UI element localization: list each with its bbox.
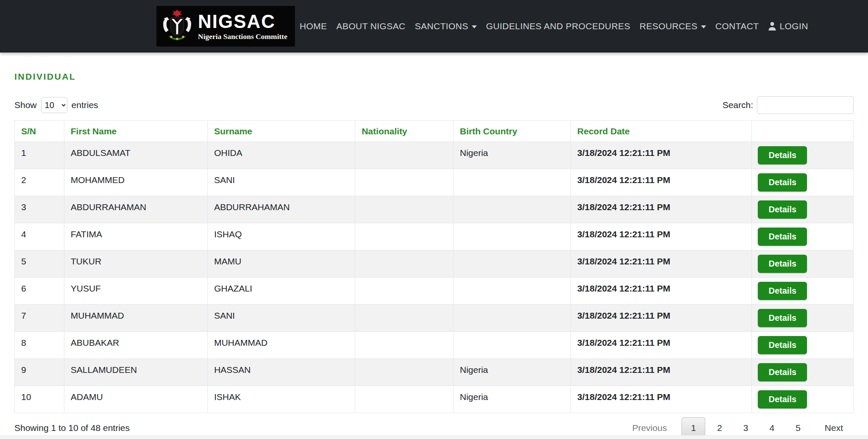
details-button[interactable]: Details	[758, 336, 807, 354]
table-row: 8ABUBAKARMUHAMMAD3/18/2024 12:21:11 PMDe…	[15, 332, 854, 359]
table-row: 2MOHAMMEDSANI3/18/2024 12:21:11 PMDetail…	[15, 169, 854, 196]
coat-of-arms-icon	[161, 9, 194, 44]
cell-actions: Details	[752, 332, 854, 359]
cell-nationality	[355, 142, 453, 169]
details-button[interactable]: Details	[758, 309, 807, 327]
cell-actions: Details	[752, 223, 854, 250]
brand-tagline: Nigeria Sanctions Committe	[198, 33, 287, 41]
brand-logo[interactable]: NIGSAC Nigeria Sanctions Committe	[156, 6, 295, 47]
cell-record-date: 3/18/2024 12:21:11 PM	[571, 223, 752, 250]
search-input[interactable]	[757, 96, 854, 114]
cell-birth-country	[453, 196, 570, 223]
cell-first-name: FATIMA	[64, 223, 207, 250]
cell-sn: 2	[15, 169, 64, 196]
details-button[interactable]: Details	[758, 282, 807, 300]
cell-sn: 3	[15, 196, 64, 223]
cell-surname: ISHAQ	[208, 223, 355, 250]
main-content: INDIVIDUAL Show 10 entries Search: S/NFi…	[0, 72, 868, 439]
table-row: 9SALLAMUDEENHASSANNigeria3/18/2024 12:21…	[15, 359, 854, 386]
cell-sn: 5	[15, 250, 64, 278]
showing-entries-text: Showing 1 to 10 of 48 entries	[14, 423, 130, 433]
chevron-down-icon	[472, 25, 477, 28]
table-row: 5TUKURMAMU3/18/2024 12:21:11 PMDetails	[15, 250, 854, 278]
column-header-birth-country[interactable]: Birth Country	[453, 121, 570, 142]
nav-link-resources[interactable]: RESOURCES	[635, 17, 711, 36]
cell-first-name: ABDULSAMAT	[64, 142, 207, 169]
cell-actions: Details	[752, 196, 854, 223]
cell-surname: ABDURRAHAMAN	[208, 196, 355, 223]
cell-nationality	[355, 223, 453, 250]
cell-birth-country	[453, 278, 570, 305]
column-header-s-n[interactable]: S/N	[15, 121, 64, 142]
individuals-table: S/NFirst NameSurnameNationalityBirth Cou…	[14, 120, 854, 413]
cell-birth-country	[453, 332, 570, 359]
table-body: 1ABDULSAMATOHIDANigeria3/18/2024 12:21:1…	[15, 142, 854, 413]
cell-surname: SANI	[208, 169, 355, 196]
nav-item-login: LOGIN	[763, 17, 812, 36]
table-row: 6YUSUFGHAZALI3/18/2024 12:21:11 PMDetail…	[15, 278, 854, 305]
column-header-actions[interactable]	[752, 121, 854, 142]
cell-record-date: 3/18/2024 12:21:11 PM	[571, 305, 752, 332]
cell-first-name: MUHAMMAD	[64, 305, 207, 332]
cell-actions: Details	[752, 359, 854, 386]
table-row: 3ABDURRAHAMANABDURRAHAMAN3/18/2024 12:21…	[15, 196, 854, 223]
cell-birth-country	[453, 305, 570, 332]
cell-actions: Details	[752, 169, 854, 196]
brand-name: NIGSAC	[198, 12, 287, 31]
cell-birth-country: Nigeria	[453, 359, 570, 386]
column-header-surname[interactable]: Surname	[208, 121, 355, 142]
page-size-select[interactable]: 10	[41, 97, 67, 113]
nav-link-sanctions[interactable]: SANCTIONS	[410, 17, 481, 36]
cell-birth-country	[453, 169, 570, 196]
show-entries-control: Show 10 entries	[14, 97, 98, 113]
column-header-nationality[interactable]: Nationality	[355, 121, 453, 142]
nav-link-home[interactable]: HOME	[295, 17, 332, 36]
table-header-row: S/NFirst NameSurnameNationalityBirth Cou…	[15, 121, 854, 142]
cell-record-date: 3/18/2024 12:21:11 PM	[571, 359, 752, 386]
cell-birth-country	[453, 250, 570, 278]
details-button[interactable]: Details	[758, 173, 807, 192]
cell-nationality	[355, 386, 453, 413]
nav-item-sanctions: SANCTIONS	[410, 17, 481, 36]
column-header-record-date[interactable]: Record Date	[571, 121, 752, 142]
cell-record-date: 3/18/2024 12:21:11 PM	[571, 278, 752, 305]
cell-first-name: ADAMU	[64, 386, 207, 413]
cell-sn: 7	[15, 305, 64, 332]
cell-nationality	[355, 278, 453, 305]
search-label: Search:	[723, 100, 753, 110]
nav-link-login[interactable]: LOGIN	[763, 17, 812, 36]
cell-actions: Details	[752, 305, 854, 332]
column-header-first-name[interactable]: First Name	[64, 121, 207, 142]
entries-label: entries	[72, 100, 98, 110]
cell-actions: Details	[752, 142, 854, 169]
table-row: 7MUHAMMADSANI3/18/2024 12:21:11 PMDetail…	[15, 305, 854, 332]
details-button[interactable]: Details	[758, 228, 807, 246]
search-control: Search:	[723, 96, 854, 114]
cell-actions: Details	[752, 278, 854, 305]
nav-link-guidelines-and-procedures[interactable]: GUIDELINES AND PROCEDURES	[481, 17, 635, 36]
details-button[interactable]: Details	[758, 390, 807, 408]
cell-surname: HASSAN	[208, 359, 355, 386]
show-label: Show	[14, 100, 37, 110]
cell-nationality	[355, 250, 453, 278]
cell-first-name: ABDURRAHAMAN	[64, 196, 207, 223]
cell-surname: ISHAK	[208, 386, 355, 413]
navbar-container: NIGSAC Nigeria Sanctions Committe HOMEAB…	[156, 6, 712, 47]
details-button[interactable]: Details	[758, 363, 807, 381]
cell-surname: SANI	[208, 305, 355, 332]
details-button[interactable]: Details	[758, 200, 807, 219]
cell-first-name: TUKUR	[64, 250, 207, 278]
cell-sn: 4	[15, 223, 64, 250]
table-row: 4FATIMAISHAQ3/18/2024 12:21:11 PMDetails	[15, 223, 854, 250]
details-button[interactable]: Details	[758, 146, 807, 164]
cell-birth-country: Nigeria	[453, 142, 570, 169]
cell-sn: 6	[15, 278, 64, 305]
person-icon	[768, 22, 776, 31]
nav-item-contact: CONTACT	[711, 17, 764, 36]
details-button[interactable]: Details	[758, 255, 807, 273]
nav-link-contact[interactable]: CONTACT	[711, 17, 764, 36]
brand-text: NIGSAC Nigeria Sanctions Committe	[198, 12, 287, 41]
page-footer-strip	[0, 435, 868, 439]
cell-record-date: 3/18/2024 12:21:11 PM	[571, 386, 752, 413]
nav-link-about-nigsac[interactable]: ABOUT NIGSAC	[332, 17, 410, 36]
